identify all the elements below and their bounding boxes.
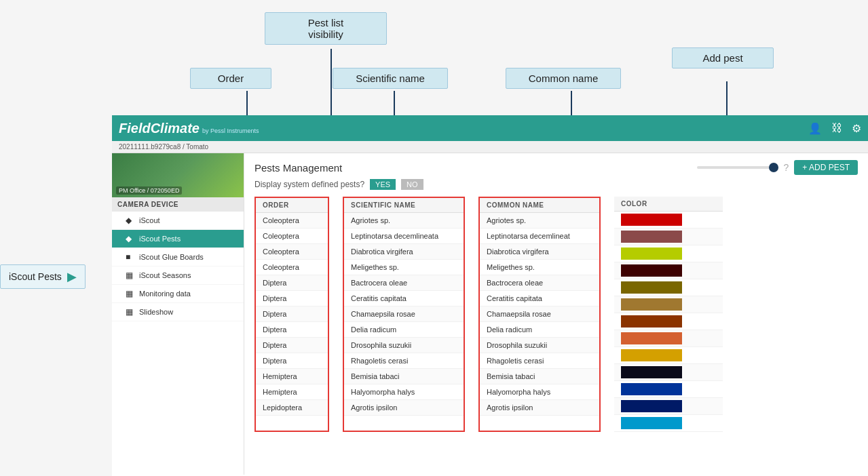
order-table: ORDER Coleoptera Coleoptera Coleoptera C… — [254, 197, 329, 432]
table-row: Drosophila suzukii — [480, 338, 599, 353]
add-pest-line — [726, 81, 728, 117]
monitoring-icon: ▦ — [126, 289, 135, 298]
color-swatch[interactable] — [621, 214, 682, 226]
sidebar-hero-overlay: PM Office / 072050ED — [116, 186, 182, 195]
toggle-no-button[interactable]: NO — [401, 179, 423, 190]
glue-boards-icon: ■ — [126, 252, 135, 262]
color-swatch[interactable] — [621, 417, 682, 429]
table-row: Diabrotica virgifera — [480, 244, 599, 260]
app-container: FieldClimate by Pessl Instruments 👤 ⛓ ⚙ … — [112, 115, 868, 476]
table-row: Chamaepsila rosae — [480, 306, 599, 322]
table-row: Coleoptera — [256, 260, 328, 275]
table-row: Coleoptera — [256, 213, 328, 229]
table-row: Hemiptera — [256, 369, 328, 384]
table-row: Agriotes sp. — [344, 213, 464, 229]
table-row: Diptera — [256, 338, 328, 353]
table-row: Ceratitis capitata — [480, 291, 599, 306]
sidebar-item-iscout-pests[interactable]: ◆ iScout Pests — [112, 230, 244, 248]
table-row: Bactrocera oleae — [344, 275, 464, 291]
color-swatch[interactable] — [621, 298, 682, 311]
iscout-icon: ◆ — [126, 216, 135, 225]
color-swatch[interactable] — [621, 315, 682, 328]
color-swatch[interactable] — [621, 231, 682, 243]
help-icon[interactable]: ? — [784, 162, 789, 173]
header-station-icon[interactable]: ⛓ — [831, 122, 842, 134]
visibility-slider[interactable] — [697, 166, 778, 169]
common-header: COMMON NAME — [480, 198, 599, 213]
header-icons: 👤 ⛓ ⚙ — [808, 122, 861, 135]
breadcrumb-bar: 20211111.b9279ca8 / Tomato — [112, 141, 868, 153]
pest-list-line — [331, 49, 332, 117]
logo-area: FieldClimate by Pessl Instruments — [119, 121, 808, 136]
slideshow-icon: ▦ — [126, 307, 135, 317]
header-settings-icon[interactable]: ⚙ — [852, 122, 861, 135]
color-cell — [614, 415, 723, 432]
order-annotation: Order — [190, 68, 271, 89]
table-row: Leptinotarsa decemlineat — [480, 229, 599, 244]
sidebar-hero-image: PM Office / 072050ED — [112, 153, 244, 197]
add-pest-button[interactable]: + ADD PEST — [794, 160, 858, 175]
sidebar-item-iscout[interactable]: ◆ iScout — [112, 212, 244, 230]
sidebar-item-seasons[interactable]: ▦ iScout Seasons — [112, 266, 244, 285]
table-row: Diptera — [256, 275, 328, 291]
sidebar-item-glue-boards[interactable]: ■ iScout Glue Boards — [112, 248, 244, 266]
table-row: Diptera — [256, 306, 328, 322]
common-table: COMMON NAME Agriotes sp. Leptinotarsa de… — [478, 197, 601, 432]
table-row: Bactrocera oleae — [480, 275, 599, 291]
table-row: Bemisia tabaci — [480, 369, 599, 384]
breadcrumb-text: 20211111.b9279ca8 / Tomato — [119, 143, 208, 151]
annotation-area: Pest listvisibility Order Scientific nam… — [0, 0, 868, 115]
seasons-icon: ▦ — [126, 271, 135, 280]
order-header: ORDER — [256, 198, 328, 213]
color-swatch[interactable] — [621, 349, 682, 361]
table-row: Lepidoptera — [256, 400, 328, 416]
toggle-yes-button[interactable]: YES — [370, 179, 396, 190]
color-swatch[interactable] — [621, 264, 682, 277]
color-swatch[interactable] — [621, 281, 682, 294]
color-cell — [614, 313, 723, 330]
color-swatch[interactable] — [621, 400, 682, 412]
table-row: Delia radicum — [344, 322, 464, 338]
color-cell — [614, 296, 723, 313]
camera-device-header: CAMERA DEVICE — [112, 197, 244, 212]
color-swatch[interactable] — [621, 366, 682, 378]
table-row: Drosophila suzukii — [344, 338, 464, 353]
color-cell — [614, 229, 723, 245]
table-row: Bemisia tabaci — [344, 369, 464, 384]
color-header: COLOR — [614, 197, 723, 212]
display-row: Display system defined pests? YES NO — [254, 179, 858, 190]
table-row: Diabrotica virgifera — [344, 244, 464, 260]
logo-subtitle: by Pessl Instruments — [202, 127, 259, 134]
display-label: Display system defined pests? — [254, 180, 364, 189]
table-row: Agriotes sp. — [480, 213, 599, 229]
sidebar-item-monitoring[interactable]: ▦ Monitoring data — [112, 285, 244, 303]
top-right-controls: ? + ADD PEST — [697, 160, 858, 175]
color-cell — [614, 262, 723, 279]
iscout-arrow-icon: ▶ — [67, 269, 77, 284]
sidebar-item-slideshow[interactable]: ▦ Slideshow — [112, 303, 244, 321]
scientific-table: SCIENTIFIC NAME Agriotes sp. Leptinotars… — [343, 197, 465, 432]
table-row: Coleoptera — [256, 229, 328, 244]
table-row: Diptera — [256, 322, 328, 338]
color-cell — [614, 364, 723, 381]
header-bar: FieldClimate by Pessl Instruments 👤 ⛓ ⚙ — [112, 115, 868, 141]
table-row: Leptinotarsa decemlineata — [344, 229, 464, 244]
color-cell — [614, 212, 723, 229]
color-swatch[interactable] — [621, 383, 682, 395]
page-title: Pests Management — [254, 162, 342, 174]
table-row: Chamaepsila rosae — [344, 306, 464, 322]
table-row: Agrotis ipsilon — [480, 400, 599, 416]
common-annotation: Common name — [506, 68, 621, 89]
color-cell — [614, 330, 723, 347]
color-cell — [614, 245, 723, 262]
color-swatch[interactable] — [621, 332, 682, 344]
table-row: Diptera — [256, 291, 328, 306]
table-row: Coleoptera — [256, 244, 328, 260]
color-table: COLOR — [614, 197, 723, 432]
color-swatch[interactable] — [621, 247, 682, 260]
header-user-icon[interactable]: 👤 — [808, 122, 822, 135]
table-row: Rhagoletis cerasi — [480, 353, 599, 369]
table-wrapper: ORDER Coleoptera Coleoptera Coleoptera C… — [254, 197, 858, 432]
table-row: Hemiptera — [256, 384, 328, 400]
add-pest-annotation: Add pest — [672, 47, 774, 68]
